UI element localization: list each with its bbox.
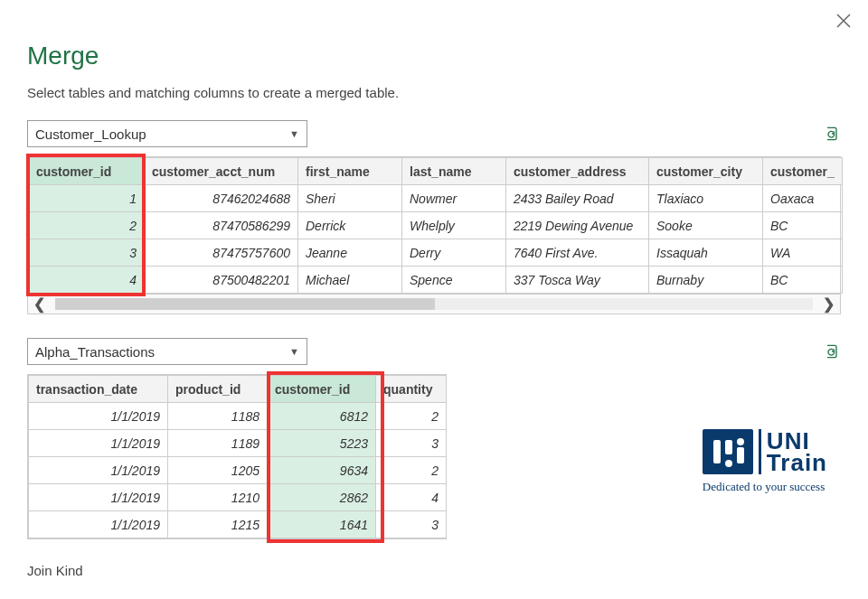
table2-preview: transaction_date product_id customer_id … (27, 374, 447, 539)
table-row[interactable]: 3 87475757600 Jeanne Derry 7640 First Av… (29, 239, 843, 267)
table-row[interactable]: 1/1/2019 1205 9634 2 (29, 457, 447, 484)
chevron-down-icon: ▼ (289, 128, 299, 139)
logo-tagline: Dedicated to your success (703, 480, 827, 494)
table-row[interactable]: 2 87470586299 Derrick Whelply 2219 Dewin… (29, 212, 843, 239)
scrollbar-thumb[interactable] (55, 298, 435, 310)
source-table-1: Customer_Lookup ▼ customer_id customer_a… (27, 120, 841, 314)
page-subtitle: Select tables and matching columns to cr… (27, 85, 841, 100)
col-first-name[interactable]: first_name (298, 158, 402, 185)
col-state[interactable]: customer_ (763, 158, 843, 185)
table1-dropdown-label: Customer_Lookup (35, 126, 146, 142)
unitrain-logo: UNI Train Dedicated to your success (703, 429, 827, 494)
table-header-row: customer_id customer_acct_num first_name… (29, 158, 843, 185)
table-row[interactable]: 1/1/2019 1210 2862 4 (29, 484, 447, 511)
refresh-icon[interactable] (823, 342, 841, 360)
scroll-right-icon[interactable]: ❯ (823, 295, 835, 313)
page-title: Merge (27, 42, 841, 70)
col-acct-num[interactable]: customer_acct_num (145, 158, 298, 185)
horizontal-scrollbar[interactable]: ❮ ❯ (27, 295, 841, 314)
scroll-left-icon[interactable]: ❮ (33, 295, 45, 313)
table1-dropdown[interactable]: Customer_Lookup ▼ (27, 120, 307, 147)
table-row[interactable]: 1/1/2019 1215 1641 3 (29, 511, 447, 538)
join-kind-label: Join Kind (27, 563, 841, 578)
col-product-id[interactable]: product_id (168, 376, 268, 403)
table1-preview: customer_id customer_acct_num first_name… (27, 156, 841, 295)
table-row[interactable]: 1/1/2019 1188 6812 2 (29, 403, 447, 430)
col-address[interactable]: customer_address (506, 158, 649, 185)
col-city[interactable]: customer_city (649, 158, 763, 185)
col-customer-id[interactable]: customer_id (29, 158, 145, 185)
logo-text-train: Train (759, 451, 827, 474)
chevron-down-icon: ▼ (289, 346, 299, 357)
table-row[interactable]: 1 87462024688 Sheri Nowmer 2433 Bailey R… (29, 185, 843, 212)
table2-dropdown[interactable]: Alpha_Transactions ▼ (27, 338, 307, 365)
close-icon[interactable] (835, 13, 852, 32)
col-customer-id[interactable]: customer_id (268, 376, 376, 403)
logo-mark-icon (703, 429, 753, 474)
col-quantity[interactable]: quantity (376, 376, 447, 403)
table-row[interactable]: 4 87500482201 Michael Spence 337 Tosca W… (29, 267, 843, 294)
col-last-name[interactable]: last_name (402, 158, 506, 185)
refresh-icon[interactable] (823, 125, 841, 143)
table-header-row: transaction_date product_id customer_id … (29, 376, 447, 403)
col-transaction-date[interactable]: transaction_date (29, 376, 168, 403)
table-row[interactable]: 1/1/2019 1189 5223 3 (29, 430, 447, 457)
table2-dropdown-label: Alpha_Transactions (35, 344, 155, 360)
